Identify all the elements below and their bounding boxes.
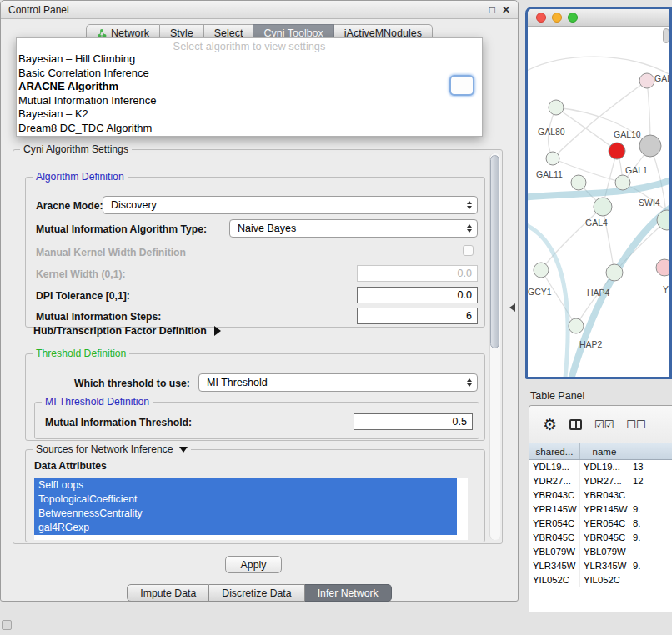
kernel-width-label: Kernel Width (0,1):: [36, 268, 126, 280]
panel-divider-arrow[interactable]: [509, 303, 515, 312]
mi-type-select[interactable]: Naive Bayes: [229, 219, 478, 238]
network-canvas[interactable]: GALGAL80GAL10GAL11GAL1SWI4GAL4GCY1HAP4YH…: [528, 27, 669, 377]
network-node[interactable]: [609, 142, 625, 159]
algorithm-option[interactable]: Dream8 DC_TDC Algorithm: [17, 122, 482, 136]
node-label: GAL1: [625, 165, 648, 175]
columns-icon[interactable]: [569, 419, 582, 430]
algorithm-option[interactable]: Mutual Information Inference: [17, 94, 482, 108]
node-label: GAL80: [538, 127, 565, 137]
minimize-traffic-light[interactable]: [552, 12, 562, 22]
network-node[interactable]: [571, 175, 586, 190]
table-row[interactable]: YDR27...YDR27...12: [529, 474, 672, 488]
network-node[interactable]: [569, 318, 584, 333]
algorithm-option[interactable]: Bayesian – Hill Climbing: [17, 52, 482, 67]
table-row[interactable]: YBR045CYBR045C9.: [529, 531, 672, 545]
which-threshold-select[interactable]: MI Threshold: [198, 373, 478, 392]
column-header[interactable]: shared...: [529, 443, 580, 459]
close-window-icon[interactable]: ✕: [502, 4, 510, 16]
table-cell: YBR043C: [580, 488, 629, 502]
control-panel-titlebar[interactable]: Control Panel □ ✕: [1, 1, 518, 19]
table-cell: YDR27...: [529, 474, 580, 488]
algorithm-option[interactable]: Bayesian – K2: [17, 108, 482, 122]
close-traffic-light[interactable]: [536, 12, 546, 22]
network-node[interactable]: [639, 73, 654, 88]
table-cell: [629, 573, 672, 588]
select-all-icon[interactable]: ☑☑: [594, 419, 614, 430]
table-panel-title: Table Panel: [525, 385, 672, 402]
data-attributes-list[interactable]: SelfLoopsTopologicalCoefficientBetweenne…: [34, 478, 468, 540]
attribute-item[interactable]: gal4RGexp: [34, 521, 457, 535]
sources-legend[interactable]: Sources for Network Inference: [33, 443, 191, 455]
mi-steps-field[interactable]: 6: [357, 308, 478, 324]
tab-impute-data[interactable]: Impute Data: [127, 584, 209, 602]
algorithm-dropdown-popup: Select algorithm to view settings Bayesi…: [16, 38, 483, 137]
attribute-item[interactable]: TopologicalCoefficient: [34, 492, 457, 507]
aracne-mode-select[interactable]: Discovery: [103, 196, 478, 214]
hub-tf-section-toggle[interactable]: Hub/Transcription Factor Definition: [33, 325, 221, 337]
combo-arrows-icon: [467, 224, 472, 232]
collapse-arrow-icon: [179, 447, 188, 452]
focused-button[interactable]: [449, 75, 474, 96]
mi-threshold-label: Mutual Information Threshold:: [45, 417, 192, 428]
table-row[interactable]: YPR145WYPR145W9.: [529, 502, 672, 517]
attribute-item[interactable]: SelfLoops: [34, 478, 457, 492]
column-header[interactable]: [629, 443, 672, 459]
network-window-titlebar[interactable]: [528, 9, 669, 27]
network-node[interactable]: [606, 264, 623, 281]
node-label: Y: [663, 284, 669, 294]
network-node[interactable]: [656, 259, 669, 276]
settings-scrollbar[interactable]: [489, 153, 500, 540]
table-cell: 9.: [629, 531, 672, 545]
control-panel-window: Control Panel □ ✕ Network Style Select C…: [0, 0, 519, 602]
table-cell: YBR045C: [529, 531, 580, 545]
panel-grip[interactable]: [2, 620, 12, 630]
table-cell: YBR043C: [529, 488, 580, 502]
network-scrollbar-thumb[interactable]: [663, 28, 669, 43]
table-row[interactable]: YIL052CYIL052C: [529, 573, 672, 588]
tab-discretize-data[interactable]: Discretize Data: [209, 584, 304, 602]
table-row[interactable]: YER054CYER054C8.: [529, 517, 672, 531]
table-cell: YPR145W: [529, 502, 580, 517]
attribute-item[interactable]: BetweennessCentrality: [34, 507, 457, 521]
tab-infer-network[interactable]: Infer Network: [305, 584, 392, 602]
dpi-tolerance-field[interactable]: 0.0: [357, 287, 478, 303]
kernel-width-field[interactable]: 0.0: [357, 265, 478, 282]
node-label: GAL11: [536, 169, 563, 179]
mi-threshold-legend: MI Threshold Definition: [42, 396, 153, 408]
table-cell: 9.: [629, 502, 672, 517]
node-label: HAP4: [587, 288, 610, 298]
network-node[interactable]: [549, 100, 564, 115]
algorithm-dropdown-list: Bayesian – Hill ClimbingBasic Correlatio…: [17, 52, 482, 135]
mi-threshold-field[interactable]: 0.5: [354, 413, 473, 430]
manual-kernel-checkbox[interactable]: [463, 245, 474, 256]
deselect-all-icon[interactable]: ☐☐: [626, 419, 645, 430]
network-node[interactable]: [546, 152, 559, 165]
mi-type-value: Naive Bayes: [238, 222, 296, 234]
algorithm-option[interactable]: Basic Correlation Inference: [17, 67, 482, 81]
network-node[interactable]: [615, 175, 630, 190]
network-node[interactable]: [534, 262, 549, 278]
apply-button[interactable]: Apply: [225, 556, 282, 573]
settings-scrollbar-thumb[interactable]: [490, 155, 499, 348]
table-row[interactable]: YBL079WYBL079W: [529, 545, 672, 559]
network-view-window: GALGAL80GAL10GAL11GAL1SWI4GAL4GCY1HAP4YH…: [525, 7, 672, 379]
table-row[interactable]: YLR345WYLR345W9.: [529, 559, 672, 573]
network-node[interactable]: [594, 198, 612, 216]
table-row[interactable]: YDL19...YDL19...13: [529, 460, 672, 474]
table-cell: YIL052C: [529, 573, 580, 588]
table-cell: 8.: [629, 517, 672, 531]
table-cell: 12: [629, 474, 672, 488]
float-window-icon[interactable]: □: [489, 4, 495, 16]
zoom-traffic-light[interactable]: [568, 12, 578, 22]
cyni-settings-legend: Cyni Algorithm Settings: [20, 143, 132, 155]
table-cell: YLR345W: [580, 559, 629, 573]
algorithm-option[interactable]: ARACNE Algorithm: [17, 80, 482, 94]
gear-icon[interactable]: ⚙: [543, 417, 557, 432]
algorithm-definition-group: Algorithm Definition Aracne Mode: Discov…: [25, 177, 485, 328]
mi-type-label: Mutual Information Algorithm Type:: [36, 223, 207, 235]
network-node[interactable]: [639, 135, 661, 157]
column-header[interactable]: name: [580, 443, 629, 459]
expand-arrow-icon: [214, 326, 221, 336]
table-row[interactable]: YBR043CYBR043C: [529, 488, 672, 502]
algorithm-dropdown-prompt: Select algorithm to view settings: [17, 40, 482, 52]
